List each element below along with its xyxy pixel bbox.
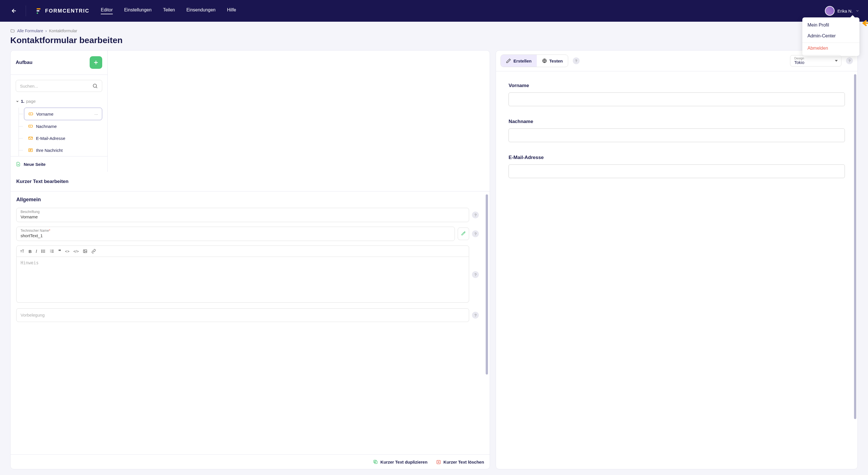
menu-logout[interactable]: Abmelden xyxy=(802,42,860,54)
list-ul-icon[interactable] xyxy=(41,249,46,253)
breadcrumb-sep: › xyxy=(45,29,47,33)
folder-icon xyxy=(10,29,15,33)
properties-column: Kurzer Text bearbeiten Allgemein Beschri… xyxy=(10,172,490,469)
prefill-input[interactable] xyxy=(21,313,465,317)
nav-submissions[interactable]: Einsendungen xyxy=(186,7,216,14)
preview-field-vorname: Vorname xyxy=(508,83,845,106)
preview-label: E-Mail-Adresse xyxy=(508,155,845,160)
list-ol-icon[interactable]: 123 xyxy=(50,249,54,253)
label-field[interactable]: Beschriftung xyxy=(16,208,469,222)
menu-admin-center[interactable]: Admin-Center xyxy=(802,31,860,41)
delete-icon xyxy=(436,459,441,465)
tab-test[interactable]: Testen xyxy=(537,55,568,67)
user-dropdown: Mein Profil Admin-Center Abmelden xyxy=(802,18,860,56)
chevron-down-icon xyxy=(16,100,19,103)
search-input[interactable] xyxy=(20,84,92,89)
design-select[interactable]: Design Tokio xyxy=(790,55,841,66)
code-icon[interactable]: <> xyxy=(65,249,69,253)
svg-point-2 xyxy=(37,12,38,14)
magic-wand-icon xyxy=(461,231,466,236)
svg-point-3 xyxy=(93,84,96,87)
design-select-value: Tokio xyxy=(794,60,804,65)
duplicate-label: Kurzer Text duplizieren xyxy=(380,460,428,465)
breadcrumb: Alle Formulare › Kontaktformular xyxy=(10,29,123,33)
help-icon[interactable]: ? xyxy=(846,57,853,64)
scrollbar[interactable] xyxy=(486,194,488,452)
more-icon[interactable]: ··· xyxy=(94,112,98,117)
search-icon xyxy=(92,83,98,89)
highlight-arrow xyxy=(861,20,868,27)
code-block-icon[interactable]: </> xyxy=(73,249,79,253)
structure-column: Aufbau 1. page xyxy=(10,51,107,172)
properties-title: Kurzer Text bearbeiten xyxy=(10,172,490,192)
tree-item-email[interactable]: E-Mail-Adresse xyxy=(24,132,102,144)
tree-page-node[interactable]: 1. page xyxy=(16,97,102,107)
preview-input[interactable] xyxy=(508,164,845,178)
svg-point-10 xyxy=(42,252,42,253)
user-menu-trigger[interactable]: Erika N. Mein Profil Admin-Center Abmeld… xyxy=(825,6,860,16)
main-layout: Aufbau 1. page xyxy=(0,50,868,475)
section-general: Allgemein xyxy=(16,197,479,203)
help-icon[interactable]: ? xyxy=(472,312,479,319)
globe-icon xyxy=(542,58,547,63)
nav-editor[interactable]: Editor xyxy=(101,7,113,14)
preview-input[interactable] xyxy=(508,93,845,106)
brand-logo[interactable]: FORMCENTRIC xyxy=(36,8,89,14)
form-tree: 1. page Vorname ··· Nachname xyxy=(10,97,107,156)
search-box[interactable] xyxy=(16,80,102,92)
scrollbar[interactable] xyxy=(854,74,856,466)
techname-label: Technischer Name* xyxy=(21,229,451,233)
tab-create[interactable]: Erstellen xyxy=(501,55,536,67)
form-preview: Vorname Nachname E-Mail-Adresse xyxy=(496,71,858,469)
image-icon[interactable] xyxy=(83,249,87,253)
quote-icon[interactable]: ❝ xyxy=(58,248,61,254)
main-nav: Editor Einstellungen Teilen Einsendungen… xyxy=(101,7,236,14)
tree-item-message[interactable]: Ihre Nachricht xyxy=(24,144,102,156)
pencil-icon xyxy=(506,58,511,63)
label-input[interactable] xyxy=(21,214,465,219)
nav-settings[interactable]: Einstellungen xyxy=(124,7,152,14)
italic-icon[interactable]: I xyxy=(36,249,37,254)
technical-name-input[interactable] xyxy=(21,233,451,238)
duplicate-button[interactable]: Kurzer Text duplizieren xyxy=(373,459,428,465)
arrow-left-icon xyxy=(11,8,17,14)
help-icon[interactable]: ? xyxy=(472,212,479,218)
link-icon[interactable] xyxy=(91,249,96,253)
preview-input[interactable] xyxy=(508,128,845,142)
tree-item-vorname[interactable]: Vorname ··· xyxy=(24,107,102,120)
new-page-button[interactable]: Neue Seite xyxy=(16,162,102,167)
hint-textarea[interactable] xyxy=(16,257,469,303)
technical-name-field[interactable]: Technischer Name* xyxy=(16,227,455,241)
text-size-icon[interactable] xyxy=(20,249,25,253)
prefill-field[interactable] xyxy=(16,308,469,322)
editor-panel: Aufbau 1. page xyxy=(10,50,490,469)
back-button[interactable] xyxy=(8,5,26,16)
nav-help[interactable]: Hilfe xyxy=(227,7,236,14)
preview-mode-tabs: Erstellen Testen xyxy=(500,55,568,67)
nav-share[interactable]: Teilen xyxy=(163,7,175,14)
page-header: Alle Formulare › Kontaktformular Kontakt… xyxy=(0,22,868,50)
breadcrumb-root[interactable]: Alle Formulare xyxy=(17,29,43,33)
avatar xyxy=(825,6,835,16)
help-icon[interactable]: ? xyxy=(472,230,479,237)
user-name: Erika N. xyxy=(837,8,852,13)
magic-wand-button[interactable] xyxy=(458,227,469,240)
svg-point-8 xyxy=(42,250,42,250)
tree-item-nachname[interactable]: Nachname xyxy=(24,120,102,132)
bold-icon[interactable]: B xyxy=(29,249,32,254)
page-number: 1. xyxy=(21,99,25,104)
structure-title: Aufbau xyxy=(16,60,33,65)
breadcrumb-current: Kontaktformular xyxy=(49,29,78,33)
menu-profile[interactable]: Mein Profil xyxy=(802,20,860,31)
duplicate-icon xyxy=(373,459,378,465)
delete-button[interactable]: Kurzer Text löschen xyxy=(436,459,484,465)
input-field-icon xyxy=(28,124,33,129)
preview-label: Nachname xyxy=(508,119,845,124)
help-icon[interactable]: ? xyxy=(573,57,580,64)
page-plus-icon xyxy=(16,162,21,167)
tree-item-label: Vorname xyxy=(36,112,53,117)
add-element-button[interactable] xyxy=(90,56,102,69)
help-icon[interactable]: ? xyxy=(472,271,479,278)
delete-label: Kurzer Text löschen xyxy=(443,460,484,465)
label-field-label: Beschriftung xyxy=(21,210,465,214)
